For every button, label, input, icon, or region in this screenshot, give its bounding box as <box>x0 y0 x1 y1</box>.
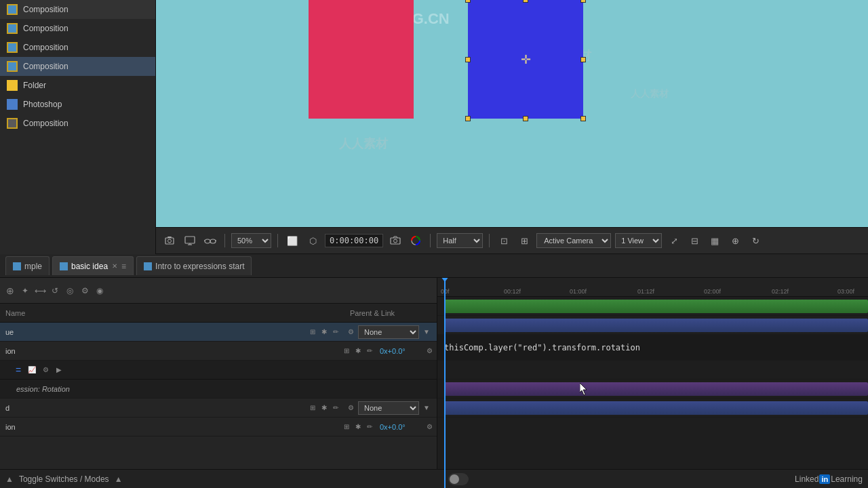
expression-pick-icon[interactable]: ⚙ <box>41 365 50 375</box>
expr-link-2[interactable]: ⚙ <box>425 422 434 432</box>
link-icon[interactable]: ⚙ <box>346 327 355 337</box>
file-item-composition-1[interactable]: Composition <box>0 0 155 19</box>
tab-intro[interactable]: Intro to expressions start <box>136 256 252 275</box>
comp-icon-2 <box>7 23 18 34</box>
svg-rect-11 <box>391 238 400 244</box>
3d-icon-3[interactable]: ⊞ <box>308 403 317 413</box>
expression-enable-icon[interactable]: = <box>14 365 23 375</box>
render-button[interactable]: ⊕ <box>727 232 743 249</box>
edit-icon-3[interactable]: ✏ <box>331 403 340 413</box>
expand-button[interactable]: ⤢ <box>666 232 682 249</box>
file-label-folder: Folder <box>23 81 46 90</box>
layer-icons-ue: ⊞ ✱ ✏ <box>305 327 343 337</box>
tab-sample[interactable]: mple <box>5 256 50 275</box>
photoshop-icon <box>7 99 18 110</box>
comp-icon-4 <box>7 61 18 72</box>
3d-icon-2[interactable]: ⊞ <box>342 346 351 356</box>
chevron-down-icon-ue[interactable]: ▼ <box>422 327 431 337</box>
view-toggle-2[interactable]: ⊞ <box>516 232 532 249</box>
file-item-photoshop[interactable]: Photoshop <box>0 95 155 114</box>
edit-icon-4[interactable]: ✏ <box>365 422 374 432</box>
rotation-icon[interactable]: ↺ <box>50 286 60 296</box>
3d-glasses-button[interactable] <box>202 232 218 249</box>
svg-point-6 <box>205 239 210 243</box>
tick-200f: 02:00f <box>704 288 721 295</box>
svg-point-7 <box>210 239 216 243</box>
name-col-label: Name <box>5 309 296 317</box>
solo-layer-icon[interactable]: ✱ <box>319 327 329 337</box>
tab-close-basic-idea[interactable]: ✕ <box>112 262 117 270</box>
layer-row-ion-2[interactable]: ion ⊞ ✱ ✏ 0x+0.0° ⚙ <box>0 418 437 436</box>
file-item-composition-3[interactable]: Composition <box>0 38 155 57</box>
layer-row-ion[interactable]: ion ⊞ ✱ ✏ 0x+0.0° ⚙ <box>0 342 437 361</box>
3d-icon[interactable]: ⊞ <box>308 327 317 337</box>
layer-name-ion-2: ion <box>3 423 339 431</box>
layer-name-ion: ion <box>3 347 339 355</box>
mask-button[interactable]: ⬡ <box>304 232 321 249</box>
toggle-switches-label[interactable]: Toggle Switches / Modes <box>19 474 109 484</box>
layer-row-d[interactable]: d ⊞ ✱ ✏ ⚙ None ▼ <box>0 399 437 418</box>
chart-button[interactable]: ▦ <box>707 232 723 249</box>
layer-row-ue[interactable]: ue ⊞ ✱ ✏ ⚙ None ▼ <box>0 323 437 342</box>
tab-basic-idea[interactable]: basic idea ✕ ≡ <box>52 256 134 275</box>
link-icon-d[interactable]: ⚙ <box>346 403 355 413</box>
file-item-composition-4[interactable]: Composition <box>0 57 155 76</box>
expression-graph-icon[interactable]: 📈 <box>27 365 37 375</box>
region-button[interactable]: ⬜ <box>284 232 300 249</box>
view-count-select[interactable]: 1 View 2 Views <box>615 233 662 248</box>
scale-icon[interactable]: ⟷ <box>35 286 45 296</box>
snapshot-button[interactable] <box>161 232 178 249</box>
preview-area: RRCG.CN 人人素材 人人素材 人人素材 ✛ <box>156 0 868 254</box>
solo-icon-3[interactable]: ✱ <box>319 403 329 413</box>
edit-icon-2[interactable]: ✏ <box>365 346 374 356</box>
track-ion <box>437 316 868 335</box>
track-bar-d <box>444 382 868 396</box>
svg-rect-3 <box>185 237 195 243</box>
handle-tm <box>523 0 528 3</box>
tab-menu-icon[interactable]: ≡ <box>121 262 126 271</box>
parent-select-ue[interactable]: None <box>358 325 419 339</box>
zoom-select[interactable]: 50% 100% <box>231 233 271 248</box>
refresh-button[interactable]: ↻ <box>747 232 764 249</box>
edit-icon[interactable]: ✏ <box>331 327 340 337</box>
tick-112f: 01:12f <box>637 288 654 295</box>
crosshair-icon: ✛ <box>521 52 531 67</box>
grid-button[interactable]: ⊟ <box>686 232 703 249</box>
parent-select-d[interactable]: None <box>358 401 419 415</box>
solo-icon-4[interactable]: ✱ <box>353 422 363 432</box>
file-item-composition-2[interactable]: Composition <box>0 19 155 38</box>
effects-icon[interactable]: ⚙ <box>80 286 90 296</box>
monitor-button[interactable] <box>182 232 198 249</box>
red-rectangle <box>309 0 414 119</box>
tab-label-basic-idea: basic idea <box>71 262 108 271</box>
3d-icon-4[interactable]: ⊞ <box>342 422 351 432</box>
anchor-icon[interactable]: ⊕ <box>5 286 15 296</box>
render-toggle[interactable] <box>448 473 469 485</box>
opacity-icon[interactable]: ◎ <box>65 286 75 296</box>
tick-212f: 02:12f <box>772 288 789 295</box>
active-camera-select[interactable]: Active Camera <box>536 233 611 248</box>
mountain-icon-1: ▲ <box>5 474 14 484</box>
quality-select[interactable]: Half Full Quarter <box>437 233 483 248</box>
playhead[interactable] <box>444 278 446 488</box>
position-icon[interactable]: ✦ <box>20 286 30 296</box>
chevron-down-icon-d[interactable]: ▼ <box>422 403 431 413</box>
timeline-toolbar: ⊕ ✦ ⟷ ↺ ◎ ⚙ ◉ <box>0 278 437 304</box>
file-item-composition-7[interactable]: Composition <box>0 114 155 133</box>
tick-300f: 03:00f <box>837 288 854 295</box>
sep-2 <box>277 234 278 247</box>
expression-play-icon[interactable]: ▶ <box>54 365 64 375</box>
view-toggle-1[interactable]: ⊡ <box>496 232 512 249</box>
file-item-folder[interactable]: Folder <box>0 76 155 95</box>
expression-icons-row: = 📈 ⚙ ▶ <box>0 361 437 380</box>
watermark-4: 人人素材 <box>631 88 669 100</box>
expression-link-icon[interactable]: ⚙ <box>425 346 434 356</box>
camera-button[interactable] <box>387 232 403 249</box>
solo-icon[interactable]: ◉ <box>95 286 104 296</box>
layer-icons-d: ⊞ ✱ ✏ <box>305 403 343 413</box>
color-picker-button[interactable] <box>408 232 424 249</box>
solo-icon-2[interactable]: ✱ <box>353 346 363 356</box>
tick-12f: 00:12f <box>504 288 521 295</box>
playhead-triangle <box>441 278 449 282</box>
comp-icon-3 <box>7 42 18 53</box>
